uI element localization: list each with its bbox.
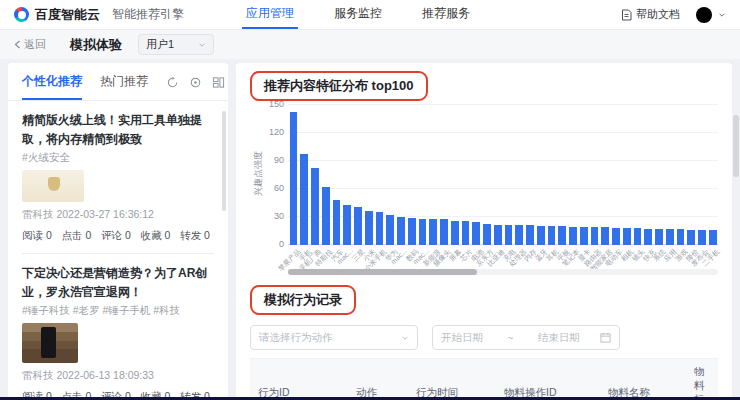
chevron-down-icon — [401, 334, 409, 342]
bar — [515, 225, 523, 245]
action-filter-select[interactable]: 请选择行为动作 — [250, 325, 418, 350]
product-name: 智能推荐引擎 — [112, 6, 184, 23]
tab-个性化推荐[interactable]: 个性化推荐 — [22, 73, 82, 100]
help-doc-link[interactable]: 帮助文档 — [621, 7, 680, 22]
top-navbar: 百度智能云 智能推荐引擎 应用管理服务监控推荐服务 帮助文档 — [0, 0, 740, 30]
bar — [591, 227, 599, 245]
nav-item-应用管理[interactable]: 应用管理 — [242, 0, 298, 29]
bar — [698, 230, 706, 245]
behavior-section-title: 模拟行为记录 — [250, 285, 356, 315]
panel-scrollbar-thumb[interactable] — [222, 111, 226, 211]
calendar-icon — [600, 332, 611, 343]
help-doc-label: 帮助文档 — [636, 7, 680, 22]
bar — [462, 221, 470, 245]
bar — [440, 219, 448, 245]
y-axis-label: 兴趣点强度 — [250, 105, 262, 245]
page: 百度智能云 智能推荐引擎 应用管理服务监控推荐服务 帮助文档 返回 模拟体验 用… — [0, 0, 740, 400]
date-start-placeholder: 开始日期 — [441, 331, 483, 345]
divider — [22, 253, 214, 254]
bar — [655, 229, 663, 245]
brand: 百度智能云 智能推荐引擎 — [14, 6, 184, 24]
stat-点击: 点击 0 — [62, 229, 92, 243]
bar — [526, 225, 534, 245]
y-tick-label: 60 — [274, 183, 284, 193]
card-tags: #火绒安全 — [22, 151, 214, 165]
bar — [397, 217, 405, 245]
card-title: 下定决心还是营销造势？为了AR创业，罗永浩官宣退网！ — [22, 264, 214, 301]
y-tick-label: 150 — [269, 99, 284, 109]
content-card[interactable]: 下定决心还是营销造势？为了AR创业，罗永浩官宣退网！ #锤子科技 #老罗 #锤子… — [22, 264, 214, 400]
date-range-picker[interactable]: 开始日期 ~ 结束日期 — [432, 325, 620, 350]
recommendation-tabbar: 个性化推荐热门推荐 — [8, 63, 228, 101]
bar — [494, 225, 502, 245]
bar — [343, 205, 351, 245]
bar — [548, 226, 556, 245]
bar — [569, 227, 577, 245]
bar — [634, 228, 642, 245]
tab-热门推荐[interactable]: 热门推荐 — [100, 73, 148, 100]
bar — [483, 224, 491, 245]
brand-name: 百度智能云 — [35, 6, 100, 24]
back-button[interactable]: 返回 — [14, 37, 46, 52]
bar — [687, 230, 695, 245]
content-card[interactable]: 精简版火绒上线！实用工具单独提取，将内存精简到极致 #火绒安全 雷科技 2022… — [22, 111, 214, 254]
navbar-right: 帮助文档 — [621, 7, 726, 23]
settings-icon[interactable] — [189, 76, 202, 89]
stat-评论: 评论 0 — [101, 229, 131, 243]
page-scrollbar — [733, 62, 739, 394]
bar — [537, 226, 545, 245]
bar — [322, 187, 330, 245]
tabs: 个性化推荐热门推荐 — [22, 73, 166, 100]
stat-阅读: 阅读 0 — [22, 229, 52, 243]
chevron-down-icon — [198, 41, 206, 49]
page-scrollbar-thumb[interactable] — [733, 115, 739, 177]
bar — [311, 168, 319, 245]
user-avatar[interactable] — [696, 7, 712, 23]
bar — [472, 222, 480, 245]
date-end-placeholder: 结束日期 — [538, 331, 580, 345]
avatar-chevron-down-icon[interactable] — [718, 11, 726, 19]
nav-item-服务监控[interactable]: 服务监控 — [330, 0, 386, 29]
chart-horizontal-scrollbar — [288, 269, 718, 275]
main-panel: 推荐内容特征分布 top100 兴趣点强度 0306090120150 苹果产品… — [236, 63, 732, 400]
bar — [580, 227, 588, 245]
bar — [709, 230, 717, 245]
subheader: 返回 模拟体验 用户1 — [0, 30, 740, 59]
bar — [300, 154, 308, 245]
recommendation-panel: 个性化推荐热门推荐 精简版火绒上线！实用工具单独提取，将内存精简到极致 #火绒安… — [8, 63, 228, 400]
bar — [644, 229, 652, 245]
bar — [612, 228, 620, 245]
table-header-row: 行为ID动作行为时间物料操作ID物料名称物料标签 — [250, 359, 718, 400]
chart-scrollbar-thumb[interactable] — [288, 269, 477, 275]
recommendation-list: 精简版火绒上线！实用工具单独提取，将内存精简到极致 #火绒安全 雷科技 2022… — [8, 111, 228, 400]
column-header: 动作 — [348, 359, 408, 400]
card-title: 精简版火绒上线！实用工具单独提取，将内存精简到极致 — [22, 111, 214, 148]
card-thumbnail — [22, 323, 78, 363]
document-icon — [621, 9, 632, 21]
bar — [505, 225, 513, 245]
nav-item-推荐服务[interactable]: 推荐服务 — [418, 0, 474, 29]
chart-section-title: 推荐内容特征分布 top100 — [250, 71, 428, 101]
bar — [290, 112, 298, 245]
user-select-dropdown[interactable]: 用户1 — [138, 34, 214, 55]
bar — [408, 218, 416, 245]
stat-收藏: 收藏 0 — [141, 229, 171, 243]
baidu-cloud-logo-icon — [14, 7, 29, 22]
column-header: 行为时间 — [408, 359, 496, 400]
refresh-icon[interactable] — [166, 76, 179, 89]
top-nav-menu: 应用管理服务监控推荐服务 — [226, 0, 490, 29]
card-source: 雷科技 2022-03-27 16:36:12 — [22, 208, 214, 222]
bar — [419, 219, 427, 245]
bar — [601, 227, 609, 245]
y-axis-ticks: 0306090120150 — [262, 105, 288, 245]
column-header: 物料操作ID — [496, 359, 600, 400]
bar — [666, 229, 674, 245]
behavior-filters: 请选择行为动作 开始日期 ~ 结束日期 — [250, 325, 718, 350]
bar — [558, 226, 566, 245]
bar — [451, 221, 459, 245]
card-thumbnail — [22, 170, 84, 202]
stat-转发: 转发 0 — [180, 229, 210, 243]
layout-grid-icon[interactable] — [212, 76, 225, 89]
bar — [429, 219, 437, 245]
back-arrow-icon — [14, 40, 21, 49]
